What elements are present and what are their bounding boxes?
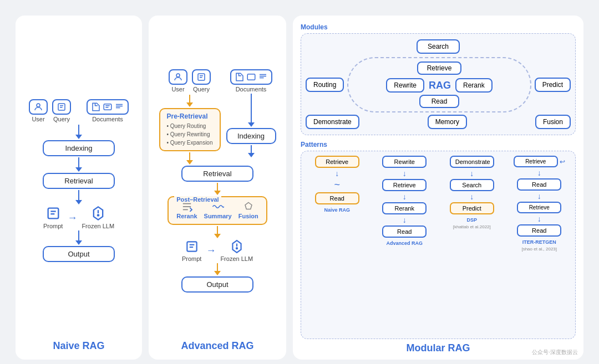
adv-arrow-5 [214, 263, 221, 275]
docs-label: Documents [92, 116, 123, 122]
query-label: Query [53, 116, 70, 122]
patterns-area: Retrieve ↓ ~ Read Naive RAG Rewrite ↓ Re… [301, 151, 576, 339]
main-container: User Query [6, 6, 593, 364]
mod-demonstrate: Demonstrate [306, 115, 359, 129]
pat-dsp-sublabel: [khattab et al.2022] [453, 224, 491, 229]
user-icon-group: User [29, 99, 48, 122]
mod-rag: RAG [429, 80, 451, 91]
arrow-4 [75, 230, 82, 245]
pre-retrieval-box: Pre-Retrieval • Query Routing • Query Re… [159, 108, 221, 151]
mod-predict: Predict [535, 78, 571, 92]
post-summary: Summary [204, 202, 232, 219]
mod-routing: Routing [306, 78, 344, 92]
pat-naive-tilde: ~ [334, 179, 340, 191]
pat-dsp-predict: Predict [450, 202, 494, 214]
patterns-label: Patterns [301, 141, 576, 148]
adv-prompt-row: Prompt → Frozen LLM [182, 239, 253, 262]
advanced-rag-panel: User Query [149, 16, 286, 360]
pat-adv-rerank: Rerank [382, 202, 427, 214]
pat-adv-rewrite: Rewrite [382, 156, 427, 168]
pat-iter-read2: Read [517, 224, 561, 237]
modular-rag-panel: Modules Search Routing Retrieve [293, 16, 583, 360]
query-icon-box [52, 99, 71, 115]
pat-dsp-demonstrate: Demonstrate [450, 156, 494, 168]
pattern-iter: Retrieve ↩ ↓ Read ↓ Retrieve ↓ Read ITER… [508, 156, 571, 334]
docs-icon-group: Documents [87, 99, 129, 122]
pat-naive-read: Read [315, 192, 359, 204]
adv-arrow-idx [248, 145, 255, 157]
post-fusion: Fusion [238, 202, 258, 219]
pat-iter-sublabel: [shao et al., 2023] [521, 247, 557, 252]
prompt-arrow: → [67, 213, 77, 223]
svg-point-13 [176, 74, 180, 77]
pattern-dsp: Demonstrate ↓ Search ↓ Predict DSP [khat… [440, 156, 504, 334]
adv-indexing-box: Indexing [226, 128, 276, 144]
frozen-llm-icon [90, 206, 106, 221]
adv-output-box: Output [181, 276, 253, 293]
modules-area: Search Routing Retrieve Rewrite RAG [301, 33, 576, 135]
svg-point-12 [98, 214, 99, 216]
docs-icon-box [87, 99, 129, 115]
adv-docs-icons: Documents [230, 69, 272, 93]
pat-naive-retrieve: Retrieve [315, 156, 359, 168]
mod-retrieve: Retrieve [417, 61, 462, 75]
mod-memory: Memory [428, 115, 467, 129]
adv-arrow-3 [214, 183, 221, 195]
svg-rect-17 [247, 74, 255, 80]
pat-naive-label: Naive RAG [324, 207, 350, 213]
arrow-2 [75, 157, 82, 172]
mod-rerank: Rerank [455, 78, 493, 93]
svg-point-27 [236, 248, 237, 249]
adv-retrieval-box: Retrieval [181, 166, 253, 182]
pat-adv-read: Read [382, 225, 427, 238]
svg-point-0 [37, 104, 40, 107]
retrieval-box: Retrieval [43, 173, 115, 189]
output-box: Output [43, 246, 115, 262]
mod-read: Read [419, 95, 460, 108]
mod-search: Search [417, 39, 460, 54]
pattern-naive: Retrieve ↓ ~ Read Naive RAG [306, 156, 369, 334]
mod-rewrite: Rewrite [386, 78, 424, 93]
watermark: 公众号·深度数据云 [532, 348, 578, 356]
patterns-section: Patterns Retrieve ↓ ~ Read Naive RAG [301, 141, 576, 339]
adv-arrow-2 [186, 152, 193, 165]
pat-dsp-label: DSP [466, 217, 477, 223]
adv-arrow-1 [186, 95, 193, 107]
adv-arrow-4 [214, 226, 221, 238]
prompt-label: Prompt [43, 223, 63, 229]
modules-section: Modules Search Routing Retrieve [301, 23, 576, 135]
naive-top-icons: User Query [29, 99, 129, 122]
frozen-llm-label: Frozen LLM [82, 223, 114, 229]
post-rerank: Rerank [176, 202, 197, 219]
naive-title: Naive RAG [53, 340, 104, 352]
adv-arrow-docs [248, 94, 255, 127]
indexing-box: Indexing [43, 140, 115, 156]
modules-label: Modules [301, 23, 576, 31]
advanced-title: Advanced RAG [181, 340, 253, 352]
arrow-1 [75, 125, 82, 139]
prompt-row: Prompt → Frozen LLM [43, 206, 114, 229]
naive-rag-panel: User Query [16, 16, 142, 360]
arrow-3 [75, 190, 82, 204]
pat-iter-retrieve2: Retrieve [517, 202, 561, 213]
patterns-row: Retrieve ↓ ~ Read Naive RAG Rewrite ↓ Re… [306, 156, 571, 334]
svg-marker-21 [245, 202, 252, 209]
pat-iter-read1: Read [517, 178, 561, 191]
post-retrieval-box: Post–Retrieval Rerank Summary [167, 196, 267, 225]
pat-adv-retrieve: Retrieve [382, 179, 427, 191]
query-icon-group: Query [52, 99, 71, 122]
user-icon-box [29, 99, 48, 115]
mod-fusion: Fusion [535, 115, 571, 129]
adv-user-query-icons: User Query [169, 69, 211, 93]
pat-adv-label: Advanced RAG [386, 240, 423, 246]
pat-iter-retrieve1: Retrieve [514, 156, 558, 167]
pat-dsp-search: Search [450, 179, 494, 191]
pattern-advanced: Rewrite ↓ Retrieve ↓ Rerank ↓ Read Advan… [373, 156, 436, 334]
prompt-icon [45, 206, 61, 221]
pat-iter-label: ITER-RETGEN [522, 239, 556, 245]
user-label: User [32, 116, 44, 122]
modular-title: Modular RAG [407, 342, 470, 354]
